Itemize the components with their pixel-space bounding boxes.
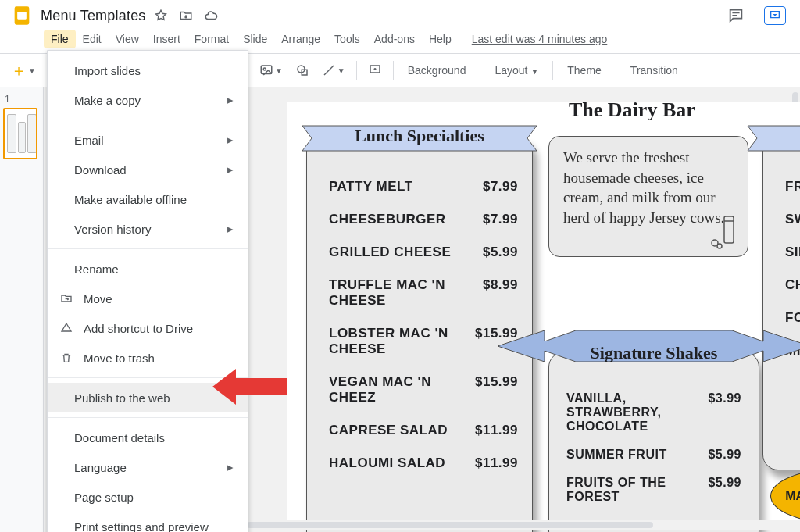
- menu-item-add-shortcut[interactable]: Add shortcut to Drive: [48, 313, 248, 343]
- combo-badge: MAKE IT COMBO: [770, 469, 800, 523]
- comment-tool[interactable]: [363, 60, 387, 80]
- milk-icon: [704, 212, 741, 252]
- menu-item-download[interactable]: Download▸: [48, 155, 248, 184]
- panel-info: We serve the freshest housemade cheeses,…: [548, 136, 748, 257]
- svg-point-9: [717, 244, 722, 248]
- menu-arrange[interactable]: Arrange: [274, 30, 327, 48]
- trash-icon: [59, 352, 74, 364]
- transition-button[interactable]: Transition: [623, 59, 686, 81]
- menu-bar: File Edit View Insert Format Slide Arran…: [0, 27, 800, 53]
- ribbon-lunch: Lunch Specialties: [295, 116, 545, 160]
- star-icon[interactable]: [154, 9, 168, 23]
- present-button[interactable]: [764, 6, 786, 25]
- comments-icon[interactable]: [725, 5, 747, 27]
- menu-format[interactable]: Format: [188, 30, 236, 48]
- ribbon-snacks: Snack: [740, 116, 800, 160]
- menu-item-import-slides[interactable]: Import slides: [48, 55, 248, 85]
- slide-thumbnail-1[interactable]: [3, 108, 38, 159]
- menu-slide[interactable]: Slide: [236, 30, 274, 48]
- line-tool[interactable]: ▼: [317, 60, 350, 80]
- svg-rect-1: [17, 12, 27, 19]
- svg-rect-7: [724, 216, 734, 243]
- menu-edit[interactable]: Edit: [76, 30, 109, 48]
- menu-help[interactable]: Help: [422, 30, 459, 48]
- file-menu-dropdown: Import slides Make a copy▸ Email▸ Downlo…: [47, 50, 248, 532]
- menu-item-rename[interactable]: Rename: [48, 254, 248, 284]
- slides-logo[interactable]: [6, 0, 38, 31]
- menu-title: The Dairy Bar: [569, 100, 695, 120]
- annotation-arrow: [212, 369, 288, 407]
- menu-file[interactable]: File: [44, 30, 76, 48]
- ribbon-shakes: Signature Shakes: [498, 323, 800, 377]
- panel-snacks: Snack FRIES SWEET POTAT SIDE SALAD CHEES…: [762, 136, 800, 470]
- menu-item-make-a-copy[interactable]: Make a copy▸: [48, 85, 248, 115]
- title-bar: Menu Templates: [0, 0, 800, 27]
- filmstrip: 1: [0, 87, 44, 532]
- lunch-items: PATTY MELT$7.99 CHEESEBURGER$7.99 GRILLE…: [329, 179, 518, 488]
- menu-item-page-setup[interactable]: Page setup: [48, 482, 248, 512]
- menu-item-move[interactable]: Move: [48, 284, 248, 313]
- shake-items: VANILLA, STRAWBERRY, CHOCOLATE$3.99 SUMM…: [566, 391, 741, 532]
- move-icon: [59, 292, 74, 305]
- menu-item-print-settings[interactable]: Print settings and preview: [48, 512, 248, 532]
- last-edit-link[interactable]: Last edit was 4 minutes ago: [465, 30, 615, 48]
- shape-tool[interactable]: [291, 60, 314, 80]
- menu-addons[interactable]: Add-ons: [367, 30, 422, 48]
- document-title[interactable]: Menu Templates: [41, 8, 146, 24]
- move-folder-icon[interactable]: [179, 9, 193, 23]
- new-slide-button[interactable]: ＋▼: [6, 57, 41, 84]
- panel-shakes: Signature Shakes VANILLA, STRAWBERRY, CH…: [548, 352, 759, 532]
- menu-item-version-history[interactable]: Version history▸: [48, 214, 248, 244]
- image-tool[interactable]: ▼: [255, 60, 288, 80]
- menu-item-language[interactable]: Language▸: [48, 452, 248, 482]
- menu-insert[interactable]: Insert: [146, 30, 188, 48]
- menu-item-document-details[interactable]: Document details: [48, 423, 248, 452]
- slide-number: 1: [5, 94, 40, 105]
- layout-button[interactable]: Layout ▼: [487, 59, 546, 81]
- menu-item-make-available-offline[interactable]: Make available offline: [48, 184, 248, 214]
- theme-button[interactable]: Theme: [559, 59, 609, 81]
- menu-item-email[interactable]: Email▸: [48, 125, 248, 155]
- drive-shortcut-icon: [59, 322, 74, 334]
- svg-point-3: [263, 68, 266, 70]
- horizontal-scrollbar[interactable]: [244, 520, 789, 530]
- menu-tools[interactable]: Tools: [327, 30, 367, 48]
- menu-view[interactable]: View: [109, 30, 146, 48]
- cloud-status-icon[interactable]: [204, 9, 218, 23]
- slide-content: The Dairy Bar Lunch Specialties PATTY ME…: [288, 102, 800, 520]
- background-button[interactable]: Background: [400, 59, 474, 81]
